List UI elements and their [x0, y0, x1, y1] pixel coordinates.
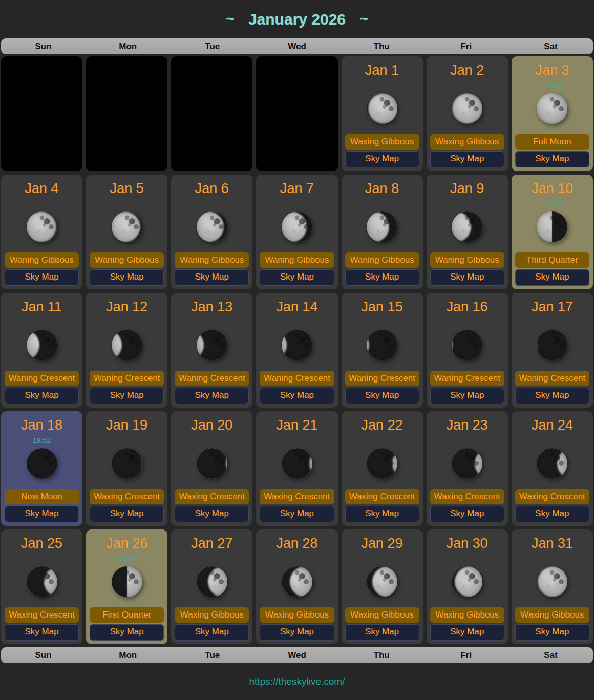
sky-map-button[interactable]: Sky Map — [430, 269, 504, 286]
day-date: Jan 20 — [171, 416, 252, 434]
phase-label-button[interactable]: Waxing Gibbous — [515, 607, 589, 623]
phase-label-button[interactable]: New Moon — [5, 489, 79, 504]
phase-label-button[interactable]: Waning Gibbous — [90, 252, 164, 268]
calendar-title: ~ January 2026 ~ — [0, 0, 594, 38]
moon-phase-shadow — [452, 93, 482, 124]
sky-map-button[interactable]: Sky Map — [5, 269, 79, 286]
phase-label-button[interactable]: Waning Crescent — [5, 371, 79, 386]
phase-label-button[interactable]: Waxing Crescent — [175, 489, 249, 504]
sky-map-button[interactable]: Sky Map — [90, 624, 164, 641]
phase-label-button[interactable]: Waning Gibbous — [175, 252, 249, 268]
phase-label-button[interactable]: Waning Gibbous — [430, 252, 504, 268]
moon-phase-shadow — [282, 448, 312, 479]
phase-label-button[interactable]: Waning Crescent — [515, 371, 589, 386]
phase-label-button[interactable]: Full Moon — [515, 134, 589, 150]
sky-map-button[interactable]: Sky Map — [260, 624, 334, 641]
sky-map-button[interactable]: Sky Map — [175, 506, 249, 522]
moon-phase-shadow — [197, 448, 227, 479]
phase-label-button[interactable]: Waning Gibbous — [345, 252, 419, 268]
phase-label-button[interactable]: Waxing Gibbous — [345, 607, 419, 623]
day-cell-jan-14: Jan 14Waning CrescentSky Map — [256, 293, 337, 408]
day-cell-jan-29: Jan 29Waxing GibbousSky Map — [342, 529, 423, 644]
phase-label-button[interactable]: Waxing Gibbous — [345, 134, 419, 150]
sky-map-button[interactable]: Sky Map — [90, 269, 164, 286]
sky-map-button[interactable]: Sky Map — [430, 151, 504, 167]
phase-label-button[interactable]: Waxing Crescent — [90, 489, 164, 504]
sky-map-button[interactable]: Sky Map — [345, 388, 419, 404]
day-date: Jan 30 — [427, 535, 508, 552]
phase-label-button[interactable]: Waning Crescent — [345, 371, 419, 386]
day-date: Jan 2 — [427, 61, 508, 79]
sky-map-button[interactable]: Sky Map — [515, 151, 589, 167]
day-date: Jan 25 — [1, 535, 82, 552]
sky-map-button[interactable]: Sky Map — [5, 506, 79, 522]
day-date: Jan 21 — [256, 416, 337, 434]
moon-phase-shadow — [367, 448, 397, 479]
sky-map-button[interactable]: Sky Map — [260, 506, 334, 522]
day-cell-jan-27: Jan 27Waxing GibbousSky Map — [171, 529, 252, 644]
phase-label-button[interactable]: Waning Crescent — [175, 371, 249, 386]
empty-day-cell — [256, 56, 337, 171]
phase-label-button[interactable]: Waxing Crescent — [345, 489, 419, 504]
phase-label-button[interactable]: Waxing Gibbous — [260, 607, 334, 623]
phase-label-button[interactable]: Waning Crescent — [260, 371, 334, 386]
weekday-header-thu-bottom: Thu — [340, 650, 424, 661]
sky-map-button[interactable]: Sky Map — [515, 624, 589, 641]
phase-time: 04:48 — [86, 555, 167, 563]
day-cell-jan-20: Jan 20Waxing CrescentSky Map — [171, 411, 252, 526]
phase-label-button[interactable]: Waxing Crescent — [430, 489, 504, 504]
moon-image — [282, 211, 312, 242]
site-link[interactable]: https://theskylive.com/ — [249, 676, 345, 687]
moon-phase-shadow — [367, 93, 397, 124]
sky-map-button[interactable]: Sky Map — [430, 506, 504, 522]
moon-image — [367, 93, 397, 124]
phase-label-button[interactable]: Waxing Gibbous — [175, 607, 249, 623]
sky-map-button[interactable]: Sky Map — [515, 269, 589, 286]
day-cell-jan-3: Jan 310:03Full MoonSky Map — [512, 56, 593, 171]
sky-map-button[interactable]: Sky Map — [430, 624, 504, 641]
sky-map-button[interactable]: Sky Map — [175, 624, 249, 641]
sky-map-button[interactable]: Sky Map — [5, 388, 79, 404]
moon-phase-shadow — [282, 330, 312, 360]
sky-map-button[interactable]: Sky Map — [260, 388, 334, 404]
weekday-header-wed-top: Wed — [254, 41, 339, 52]
sky-map-button[interactable]: Sky Map — [345, 151, 419, 167]
sky-map-button[interactable]: Sky Map — [175, 388, 249, 404]
moon-phase-shadow — [112, 330, 142, 360]
moon-phase-shadow — [537, 448, 567, 479]
phase-label-button[interactable]: Waxing Crescent — [5, 607, 79, 623]
moon-phase-shadow — [112, 566, 142, 597]
sky-map-button[interactable]: Sky Map — [260, 269, 334, 286]
sky-map-button[interactable]: Sky Map — [515, 388, 589, 404]
moon-image — [537, 211, 567, 242]
phase-label-button[interactable]: Waxing Gibbous — [430, 607, 504, 623]
phase-label-button[interactable]: Waning Gibbous — [5, 252, 79, 268]
weekday-header-tue-bottom: Tue — [170, 650, 254, 661]
weekday-header-sat-bottom: Sat — [508, 650, 593, 661]
sky-map-button[interactable]: Sky Map — [175, 269, 249, 286]
sky-map-button[interactable]: Sky Map — [345, 624, 419, 641]
sky-map-button[interactable]: Sky Map — [90, 506, 164, 522]
phase-label-button[interactable]: Waxing Crescent — [260, 489, 334, 504]
phase-label-button[interactable]: Waning Gibbous — [260, 252, 334, 268]
phase-label-button[interactable]: Waning Crescent — [430, 371, 504, 386]
phase-time: 15:48 — [512, 200, 593, 208]
day-cell-jan-18: Jan 1819:52New MoonSky Map — [1, 411, 82, 526]
sky-map-button[interactable]: Sky Map — [430, 388, 504, 404]
sky-map-button[interactable]: Sky Map — [345, 269, 419, 286]
moon-image — [537, 448, 567, 479]
sky-map-button[interactable]: Sky Map — [5, 624, 79, 641]
sky-map-button[interactable]: Sky Map — [345, 506, 419, 522]
phase-label-button[interactable]: Waning Crescent — [90, 371, 164, 386]
moon-phase-shadow — [197, 211, 227, 242]
phase-label-button[interactable]: Third Quarter — [515, 252, 589, 268]
sky-map-button[interactable]: Sky Map — [515, 506, 589, 522]
sky-map-button[interactable]: Sky Map — [90, 388, 164, 404]
phase-label-button[interactable]: First Quarter — [90, 607, 164, 623]
moon-image — [452, 93, 482, 124]
phase-label-button[interactable]: Waxing Gibbous — [430, 134, 504, 150]
day-cell-jan-15: Jan 15Waning CrescentSky Map — [342, 293, 423, 408]
weekday-header-tue-top: Tue — [170, 41, 254, 52]
day-date: Jan 3 — [512, 61, 593, 79]
phase-label-button[interactable]: Waxing Crescent — [515, 489, 589, 504]
